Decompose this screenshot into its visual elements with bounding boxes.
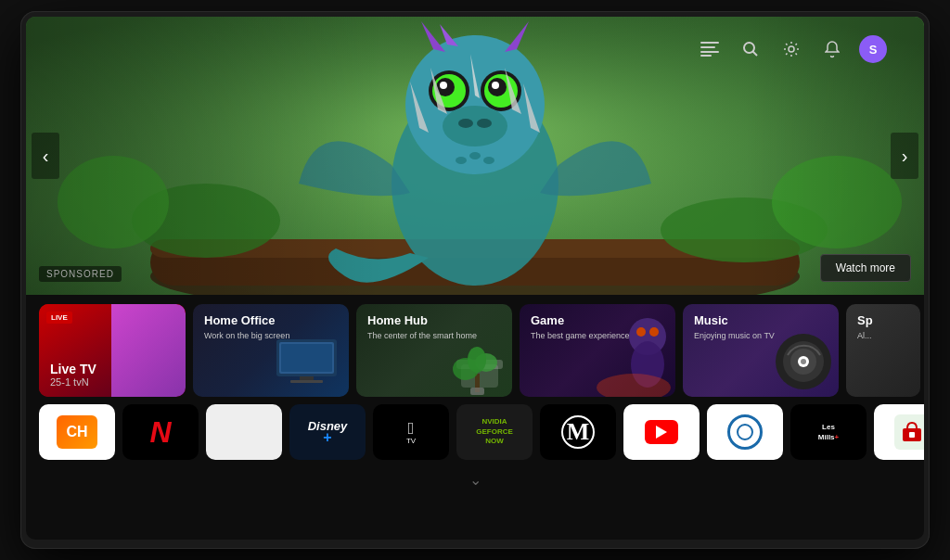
content-cards-row: LIVE Live TV 25-1 tvN Home Office Work o… (26, 295, 924, 404)
scroll-down-icon: ⌄ (469, 471, 481, 489)
svg-rect-1 (700, 46, 715, 48)
svg-rect-44 (290, 380, 323, 383)
card-music-label: Music Enjoying music on TV (694, 313, 775, 340)
app-youtube[interactable] (623, 404, 700, 460)
app-channelplus[interactable]: CH (39, 404, 115, 460)
card-home-office-title: Home Office (204, 313, 289, 328)
app-masterclass[interactable]: M (540, 404, 616, 460)
tv-frame: S (20, 11, 930, 549)
nvidia-logo: NVIDIAGEFORCENOW (476, 417, 513, 446)
live-badge: LIVE (46, 312, 72, 324)
svg-rect-63 (909, 432, 915, 438)
app-nvidia-geforce[interactable]: NVIDIAGEFORCENOW (456, 404, 533, 460)
settings-icon[interactable] (777, 35, 805, 63)
shop-logo (894, 414, 924, 450)
hero-prev-button[interactable]: ‹ (32, 133, 59, 179)
app-blank[interactable] (206, 404, 282, 460)
app-sansar[interactable] (707, 404, 783, 460)
svg-line-5 (753, 52, 758, 57)
channel-name: Live TV (50, 362, 96, 376)
search-icon[interactable] (737, 35, 764, 63)
ch-logo: CH (57, 415, 97, 449)
card-sp-subtitle: Al... (857, 331, 873, 340)
masterclass-logo: M (561, 415, 595, 449)
svg-point-54 (636, 327, 646, 337)
app-disneyplus[interactable]: Disney + (289, 404, 366, 460)
svg-point-61 (801, 359, 806, 364)
svg-point-55 (649, 327, 659, 337)
hero-next-button[interactable]: › (891, 133, 918, 179)
card-home-hub[interactable]: Home Hub The center of the smart home (356, 304, 512, 397)
svg-point-6 (789, 46, 794, 52)
card-sp-label: Sp Al... (857, 313, 873, 340)
channel-number: 25-1 tvN (50, 376, 96, 388)
card-music[interactable]: Music Enjoying music on TV (683, 304, 839, 397)
app-netflix[interactable]: N (122, 404, 199, 460)
app-shoptv[interactable] (874, 404, 924, 460)
youtube-play-icon (656, 426, 667, 439)
lesmills-logo: LesMills+ (818, 422, 839, 442)
tv-screen: S (26, 17, 924, 540)
disney-plus: + (323, 429, 331, 446)
svg-rect-51 (470, 388, 484, 395)
card-game[interactable]: Game The best game experience (520, 304, 675, 397)
sponsored-badge: SPONSORED (39, 266, 122, 282)
youtube-logo (645, 420, 678, 444)
apps-row: CH N Disney +  TV (26, 404, 924, 467)
appletv-logo:  TV (406, 419, 416, 445)
card-home-office[interactable]: Home Office Work on the big screen (193, 304, 349, 397)
card-live-tv[interactable]: LIVE Live TV 25-1 tvN (39, 304, 186, 397)
svg-rect-42 (281, 344, 332, 372)
svg-rect-2 (700, 51, 719, 53)
card-music-subtitle: Enjoying music on TV (694, 331, 775, 340)
netflix-logo: N (149, 415, 171, 450)
header-bar: S (679, 28, 904, 70)
card-sp[interactable]: Sp Al... (846, 304, 920, 397)
sansar-inner-circle (737, 424, 753, 440)
svg-rect-3 (700, 55, 712, 57)
svg-point-4 (744, 43, 754, 53)
app-lesmills[interactable]: LesMills+ (790, 404, 867, 460)
sansar-logo (727, 414, 763, 450)
svg-point-50 (468, 347, 486, 373)
menu-icon[interactable] (696, 35, 724, 63)
svg-rect-0 (700, 42, 719, 44)
watch-more-button[interactable]: Watch more (820, 254, 911, 282)
card-music-title: Music (694, 313, 775, 328)
live-channel-info: Live TV 25-1 tvN (50, 362, 96, 388)
app-appletv[interactable]:  TV (373, 404, 449, 460)
card-sp-title: Sp (857, 313, 873, 328)
user-avatar[interactable]: S (859, 35, 887, 63)
bottom-indicator: ⌄ (26, 467, 924, 494)
notification-icon[interactable] (818, 35, 846, 63)
